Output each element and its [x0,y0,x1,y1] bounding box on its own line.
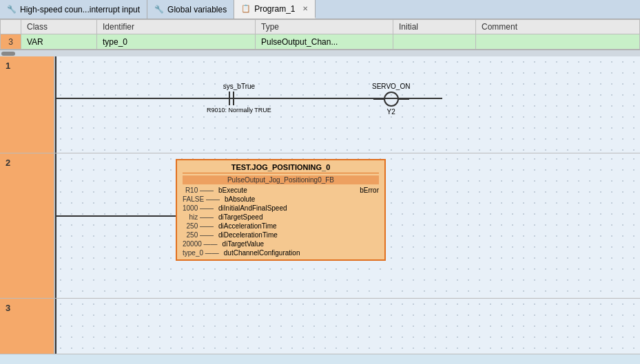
rung-2-content: TEST.JOG_POSITIONING_0 PulseOutput_Jog_P… [55,153,640,298]
rung-2-row: 2 TEST.JOG_POSITIONING_0 PulseOutput_Jog… [0,153,640,299]
pin-wire-bAbsolute: FALSE —— [183,195,220,203]
initial-input[interactable] [399,36,470,47]
tab-hsc-icon: 🔧 [7,5,17,14]
left-power-rail-3 [55,299,56,354]
pin-wire-diTarget: hiz —— [183,213,214,221]
pin-wire-diInitial: 1000 —— [183,204,214,212]
coil-servo-on: SERVO_ON Y2 [372,83,410,116]
pin-label-diTargetValue: diTargetValue [223,240,264,248]
pin-wire-diDecel: 250 —— [183,231,214,239]
row-comment [476,34,640,50]
pin-row-diAccel: 250 —— diAccelerationTime [183,222,300,230]
row-type: PulseOutput_Chan... [256,34,393,50]
row-initial[interactable] [393,34,476,50]
tab-hsc[interactable]: 🔧 High-speed coun...interrupt input [0,0,147,19]
tab-globals[interactable]: 🔧 Global variables [147,0,234,19]
contact-top-label: sys_bTrue [223,83,255,90]
contact-r9010: sys_bTrue R9010: Normally TRUE [207,83,271,114]
col-header-class: Class [21,20,97,34]
col-header-initial: Initial [393,20,476,34]
pin-label-dutChannel: dutChannelConfiguration [224,249,300,257]
pin-label-diInitial: diInitialAndFinalSpeed [218,204,287,212]
rung-1-content: sys_bTrue R9010: Normally TRUE SERVO_ON [55,56,640,153]
row-num: 3 [1,34,21,50]
rung-3-content [55,299,640,354]
main-wire-2 [56,215,177,217]
table-scrollbar[interactable] [0,50,640,56]
pin-wire-diAccel: 250 —— [183,222,214,230]
col-header-comment: Comment [476,20,640,34]
tab-hsc-label: High-speed coun...interrupt input [20,5,140,14]
tab-globals-icon: 🔧 [154,5,164,14]
func-block-outputs: bError [360,186,379,257]
coil-label: SERVO_ON [372,83,410,90]
tab-bar: 🔧 High-speed coun...interrupt input 🔧 Gl… [0,0,640,19]
pin-row-diTargetValue: 20000 —— diTargetValue [183,240,300,248]
scrollbar-thumb [1,52,15,56]
func-block-jog: TEST.JOG_POSITIONING_0 PulseOutput_Jog_P… [176,159,386,261]
rung-1-number: 1 [0,56,55,153]
func-block-pins: R10 —— bExecute FALSE —— bAbsolute 1000 … [183,186,379,257]
pin-row-diTarget: hiz —— diTargetSpeed [183,213,300,221]
tab-program1[interactable]: 📋 Program_1 ✕ [234,0,315,19]
pin-row-dutChannel: type_0 —— dutChannelConfiguration [183,249,300,257]
pin-wire-bExecute: R10 —— [183,186,214,194]
coil-circle [384,92,399,107]
rung-2-number: 2 [0,153,55,298]
row-class: VAR [21,34,97,50]
coil-left-wire [373,98,384,100]
pin-wire-dutChannel: type_0 —— [183,249,219,257]
rung-panel: 1 sys_bTrue R9010: Normally TRUE [0,56,640,354]
pin-row-diDecel: 250 —— diDecelerationTime [183,231,300,239]
contact-bar-left [229,92,230,105]
coil-ref: Y2 [387,108,395,116]
pin-wire-diTargetValue: 20000 —— [183,240,218,248]
pin-row-bExecute: R10 —— bExecute [183,186,300,194]
tab-program1-icon: 📋 [241,4,251,13]
row-identifier: type_0 [97,34,256,50]
rung-3-number: 3 [0,299,55,354]
tab-program1-label: Program_1 [254,4,295,14]
contact-left-wire [215,98,229,99]
pin-label-bError: bError [360,186,379,194]
coil-right-wire [399,98,409,100]
pin-label-diDecel: diDecelerationTime [218,231,278,239]
col-header-identifier: Identifier [97,20,256,34]
pin-row-diInitial: 1000 —— diInitialAndFinalSpeed [183,204,300,212]
variable-table: Class Identifier Type Initial Comment 3 … [0,19,640,50]
left-power-rail-2 [55,153,56,298]
func-block-instance: TEST.JOG_POSITIONING_0 [183,163,379,173]
contact-bottom-label: R9010: Normally TRUE [207,107,271,114]
contact-right-wire [234,98,248,99]
rung-1-row: 1 sys_bTrue R9010: Normally TRUE [0,56,640,153]
col-header-num [1,20,21,34]
pin-label-bAbsolute: bAbsolute [225,195,255,203]
pin-label-diTarget: diTargetSpeed [218,213,263,221]
pin-label-bExecute: bExecute [218,186,247,194]
pin-row-bError: bError [360,186,379,194]
rung-3-row: 3 [0,299,640,354]
pin-row-bAbsolute: FALSE —— bAbsolute [183,195,300,203]
pin-label-diAccel: diAccelerationTime [218,222,277,230]
left-power-rail [55,56,56,153]
col-header-type: Type [256,20,393,34]
table-row: 3 VAR type_0 PulseOutput_Chan... [1,34,640,50]
func-block-inputs: R10 —— bExecute FALSE —— bAbsolute 1000 … [183,186,300,257]
tab-program1-close[interactable]: ✕ [302,5,308,12]
tab-globals-label: Global variables [167,5,227,14]
func-block-type: PulseOutput_Jog_Positioning0_FB [183,175,379,184]
